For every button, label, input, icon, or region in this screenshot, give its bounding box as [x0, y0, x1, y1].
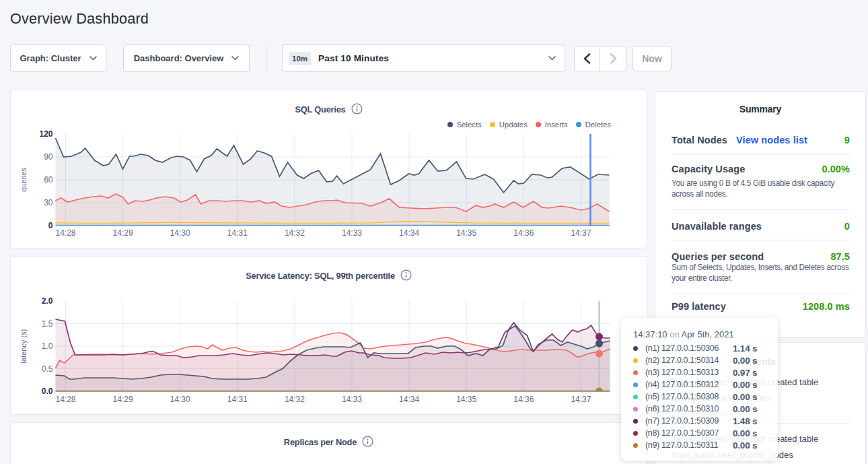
- svg-text:14:31: 14:31: [227, 228, 248, 238]
- svg-text:14:34: 14:34: [399, 228, 419, 238]
- svg-text:14:31: 14:31: [227, 395, 248, 404]
- svg-text:30: 30: [44, 198, 53, 207]
- svg-text:14:37: 14:37: [571, 228, 591, 238]
- svg-text:14:28: 14:28: [55, 228, 75, 238]
- svg-text:14:35: 14:35: [456, 395, 476, 404]
- svg-text:14:29: 14:29: [113, 228, 133, 238]
- svg-text:60: 60: [44, 175, 53, 185]
- svg-text:0: 0: [48, 221, 53, 230]
- svg-text:14:30: 14:30: [170, 228, 190, 238]
- svg-text:14:37: 14:37: [571, 395, 591, 404]
- svg-text:14:32: 14:32: [285, 395, 305, 404]
- svg-text:0.0: 0.0: [42, 387, 53, 396]
- svg-text:90: 90: [44, 152, 53, 162]
- svg-text:14:36: 14:36: [513, 395, 534, 404]
- svg-text:1.5: 1.5: [42, 319, 53, 329]
- svg-text:120: 120: [39, 129, 52, 139]
- svg-text:queries: queries: [20, 167, 28, 192]
- svg-text:1.0: 1.0: [42, 341, 53, 351]
- svg-text:14:33: 14:33: [342, 395, 362, 404]
- svg-text:14:29: 14:29: [113, 395, 133, 404]
- svg-text:14:28: 14:28: [55, 395, 75, 404]
- svg-text:14:30: 14:30: [170, 395, 190, 404]
- svg-text:14:35: 14:35: [456, 228, 476, 238]
- svg-text:14:34: 14:34: [399, 395, 419, 404]
- svg-text:14:36: 14:36: [513, 228, 534, 238]
- svg-text:0.5: 0.5: [42, 364, 53, 374]
- svg-text:2.0: 2.0: [42, 296, 53, 306]
- svg-text:14:32: 14:32: [285, 228, 305, 238]
- svg-text:14:33: 14:33: [342, 228, 362, 238]
- svg-text:latency (s): latency (s): [20, 329, 28, 364]
